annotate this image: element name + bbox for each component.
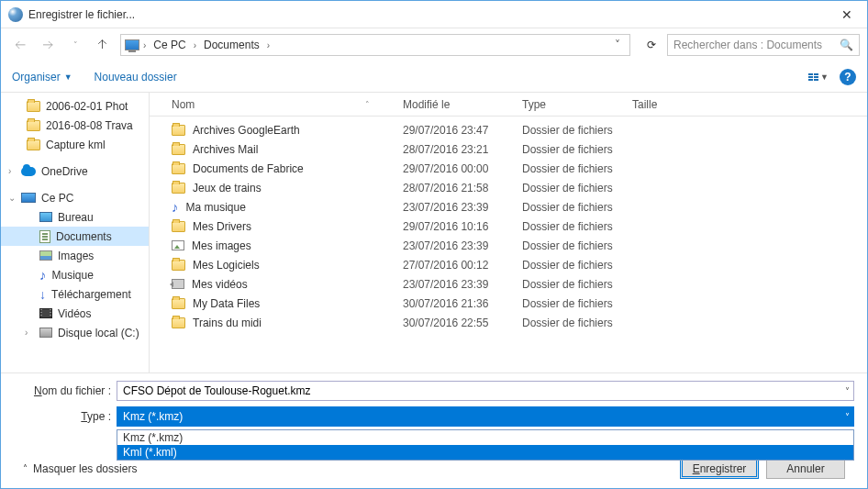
tree-item-img[interactable]: Images: [1, 246, 149, 265]
file-name: Archives GoogleEarth: [193, 124, 300, 137]
crumb-root[interactable]: Ce PC: [150, 37, 189, 53]
imgtree-icon: [39, 250, 52, 261]
new-folder-button[interactable]: Nouveau dossier: [95, 71, 177, 83]
refresh-button[interactable]: ⟳: [640, 34, 663, 56]
tree-item-music[interactable]: ♪Musique: [1, 265, 149, 284]
file-type: Dossier de fichiers: [515, 182, 625, 194]
save-dialog-window: Enregistrer le fichier... ✕ 🡠 🡢 ˅ 🡡 › Ce…: [0, 0, 868, 489]
type-value: Kmz (*.kmz): [123, 410, 183, 423]
tree-item-vid[interactable]: Vidéos: [1, 304, 149, 323]
breadcrumb-dropdown[interactable]: ˅: [609, 39, 626, 51]
tree-item-label: 2016-08-08 Trava: [46, 119, 133, 132]
file-name: Trains du midi: [193, 317, 262, 329]
close-button[interactable]: ✕: [826, 1, 867, 28]
tree-item-doc[interactable]: Documents: [1, 227, 149, 246]
save-button[interactable]: Enregistrer: [680, 458, 759, 479]
folder-icon: [172, 298, 185, 309]
file-row[interactable]: Archives Mail28/07/2016 23:21Dossier de …: [150, 139, 867, 159]
pc-icon: [125, 39, 139, 50]
tree-item-label: Images: [58, 250, 94, 262]
file-modified: 29/07/2016 10:16: [395, 220, 515, 233]
tree-item-dl[interactable]: ↓Téléchargement: [1, 284, 149, 304]
search-input[interactable]: Rechercher dans : Documents 🔍: [667, 34, 860, 56]
organize-menu[interactable]: Organiser ▼: [12, 71, 72, 83]
expand-icon[interactable]: ›: [8, 166, 11, 176]
file-row[interactable]: Trains du midi30/07/2016 22:55Dossier de…: [150, 313, 867, 332]
dl-icon: ↓: [39, 288, 46, 301]
tree-item-label: Documents: [56, 230, 112, 243]
file-type: Dossier de fichiers: [515, 124, 625, 137]
file-type: Dossier de fichiers: [515, 220, 625, 233]
tree-item-desk[interactable]: Bureau: [1, 207, 149, 227]
help-button[interactable]: ?: [840, 69, 856, 85]
file-row[interactable]: Mes images23/07/2016 23:39Dossier de fic…: [150, 236, 867, 255]
hide-folders-link[interactable]: ˄ Masquer les dossiers: [23, 462, 137, 475]
file-row[interactable]: Mes vidéos23/07/2016 23:39Dossier de fic…: [150, 274, 867, 294]
file-modified: 23/07/2016 23:39: [395, 201, 515, 214]
file-row[interactable]: ♪Ma musique23/07/2016 23:39Dossier de fi…: [150, 197, 867, 217]
type-option-kml[interactable]: Kml (*.kml): [117, 445, 853, 460]
file-name: Documents de Fabrice: [193, 162, 304, 175]
file-rows[interactable]: Archives GoogleEarth29/07/2016 23:47Doss…: [150, 117, 867, 372]
search-icon: 🔍: [840, 39, 853, 51]
type-dropdown-list[interactable]: Kmz (*.kmz) Kml (*.kml): [117, 429, 854, 461]
file-name: Jeux de trains: [193, 182, 262, 194]
view-mode-button[interactable]: ▼: [808, 72, 829, 82]
bottom-panel: Nom du fichier : CFSO Dépot de Toulouse-…: [1, 372, 867, 488]
tree-item-label: Vidéos: [58, 307, 91, 320]
file-type: Dossier de fichiers: [515, 317, 625, 329]
file-modified: 23/07/2016 23:39: [395, 239, 515, 252]
up-button[interactable]: 🡡: [91, 33, 115, 57]
folder-tree[interactable]: 2006-02-01 Phot2016-08-08 TravaCapture k…: [1, 93, 150, 372]
tree-item-label: Disque local (C:): [58, 327, 139, 339]
chevron-down-icon: ▼: [820, 72, 829, 82]
tree-item[interactable]: 2006-02-01 Phot: [1, 96, 149, 116]
col-name[interactable]: Nom˄: [164, 98, 395, 111]
back-button[interactable]: 🡠: [8, 33, 32, 57]
folder-icon: [27, 139, 40, 150]
navbar: 🡠 🡢 ˅ 🡡 › Ce PC › Documents › ˅ ⟳ Recher…: [1, 28, 867, 61]
chevron-down-icon[interactable]: ˅: [845, 386, 850, 396]
tree-item[interactable]: 2016-08-08 Trava: [1, 116, 149, 135]
file-name: Mes Logiciels: [193, 259, 260, 272]
tree-item[interactable]: Capture kml: [1, 135, 149, 154]
newfolder-label: Nouveau dossier: [95, 71, 177, 83]
tree-onedrive[interactable]: ›OneDrive: [1, 161, 149, 181]
crumb-folder[interactable]: Documents: [200, 37, 263, 53]
hide-folders-label: Masquer les dossiers: [33, 462, 137, 475]
file-row[interactable]: Documents de Fabrice29/07/2016 00:00Doss…: [150, 159, 867, 178]
filename-input[interactable]: CFSO Dépot de Toulouse-Roguet.kmz ˅: [117, 381, 854, 401]
expand-icon[interactable]: ⌄: [8, 193, 16, 203]
file-row[interactable]: Mes Drivers29/07/2016 10:16Dossier de fi…: [150, 217, 867, 236]
file-modified: 27/07/2016 00:12: [395, 259, 515, 272]
file-modified: 28/07/2016 23:21: [395, 143, 515, 156]
file-row[interactable]: Mes Logiciels27/07/2016 00:12Dossier de …: [150, 255, 867, 274]
disk-icon: [39, 328, 52, 338]
tree-cepc[interactable]: ⌄Ce PC: [1, 188, 149, 207]
col-type[interactable]: Type: [515, 98, 625, 111]
tree-item-disk[interactable]: ›Disque local (C:): [1, 323, 149, 342]
file-type: Dossier de fichiers: [515, 278, 625, 291]
desk-icon: [39, 212, 52, 222]
file-row[interactable]: My Data Files30/07/2016 21:36Dossier de …: [150, 294, 867, 313]
file-row[interactable]: Jeux de trains28/07/2016 21:58Dossier de…: [150, 178, 867, 197]
folder-icon: [172, 144, 185, 155]
cancel-button[interactable]: Annuler: [766, 458, 845, 479]
chevron-down-icon[interactable]: ˅: [845, 412, 850, 422]
file-row[interactable]: Archives GoogleEarth29/07/2016 23:47Doss…: [150, 120, 867, 139]
file-modified: 29/07/2016 00:00: [395, 162, 515, 175]
breadcrumb[interactable]: › Ce PC › Documents › ˅: [120, 34, 630, 56]
folder-icon: [172, 260, 185, 271]
type-option-kmz[interactable]: Kmz (*.kmz): [117, 430, 853, 445]
forward-button[interactable]: 🡢: [36, 33, 60, 57]
tree-item-label: 2006-02-01 Phot: [46, 100, 128, 113]
filename-value: CFSO Dépot de Toulouse-Roguet.kmz: [123, 384, 311, 397]
col-modified[interactable]: Modifié le: [395, 98, 515, 111]
doc-icon: [39, 230, 50, 243]
col-size[interactable]: Taille: [625, 98, 698, 111]
expand-icon[interactable]: ›: [25, 328, 28, 338]
type-select[interactable]: Kmz (*.kmz) ˅: [117, 406, 854, 427]
file-modified: 23/07/2016 23:39: [395, 278, 515, 291]
view-icon: [808, 73, 818, 81]
recent-dropdown[interactable]: ˅: [63, 33, 87, 57]
